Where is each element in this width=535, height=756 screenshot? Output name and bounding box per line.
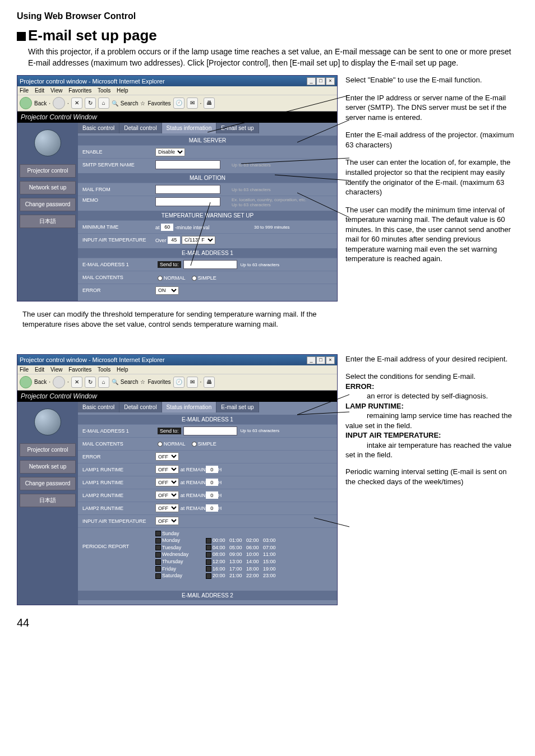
radio-normal-b[interactable] xyxy=(158,442,163,447)
forward-icon[interactable] xyxy=(53,376,65,388)
menu-edit[interactable]: Edit xyxy=(35,87,44,94)
lbl-mail-from: MAIL FROM xyxy=(78,187,155,192)
lbl-enable: ENABLE xyxy=(78,149,155,155)
menu-view[interactable]: View xyxy=(50,367,63,373)
select-lamp2rt1[interactable]: OFF xyxy=(155,491,179,499)
chk-sun[interactable] xyxy=(155,531,161,536)
minimize-icon[interactable]: _ xyxy=(307,77,316,85)
chk-thu[interactable] xyxy=(155,559,161,565)
time-grid[interactable]: 00:00 01:00 02:00 03:00 04:00 05:00 06:0… xyxy=(206,530,276,587)
input-addr1[interactable] xyxy=(183,260,237,269)
window-controls: _□× xyxy=(306,77,335,85)
day-sun: Sunday xyxy=(162,531,179,536)
maximize-icon[interactable]: □ xyxy=(316,77,325,85)
tab-detail[interactable]: Detail control xyxy=(119,123,162,133)
sidebar-network-setup[interactable]: Network set up xyxy=(20,181,76,194)
back-label[interactable]: Back xyxy=(34,100,47,106)
menu-file[interactable]: File xyxy=(20,367,29,373)
radio-simple[interactable] xyxy=(192,276,197,281)
select-lamp1rt2[interactable]: OFF xyxy=(155,478,179,486)
close-icon[interactable]: × xyxy=(326,77,335,85)
txt-interval: -minute interval xyxy=(175,224,210,230)
history-icon[interactable]: 🕘 xyxy=(173,98,185,109)
print-icon[interactable]: 🖶 xyxy=(204,377,215,388)
print-icon[interactable]: 🖶 xyxy=(204,98,215,109)
menu-favorites[interactable]: Favorites xyxy=(68,87,91,94)
back-label[interactable]: Back xyxy=(34,379,47,385)
sidebar-projector-control[interactable]: Projector control xyxy=(20,443,76,457)
tab-email[interactable]: E-mail set up xyxy=(216,123,259,133)
tab-email[interactable]: E-mail set up xyxy=(216,402,259,412)
tab-status[interactable]: Status information xyxy=(162,123,217,133)
chk-tue[interactable] xyxy=(155,545,161,550)
minimize-icon[interactable]: _ xyxy=(307,356,316,364)
sidebar-network-setup[interactable]: Network set up xyxy=(20,460,76,474)
forward-icon[interactable] xyxy=(53,97,65,109)
tab-basic[interactable]: Basic control xyxy=(78,123,119,133)
txt-atremain-3: at REMAIN xyxy=(181,493,206,498)
callouts-2: Enter the E-mail address of your desired… xyxy=(338,354,518,495)
sidebar-change-password[interactable]: Change password xyxy=(20,477,76,490)
chk-mon[interactable] xyxy=(155,538,161,544)
select-lamp1rt1[interactable]: OFF xyxy=(155,465,179,474)
menu-edit[interactable]: Edit xyxy=(35,367,44,373)
tab-status[interactable]: Status information xyxy=(162,402,217,412)
select-error[interactable]: ON xyxy=(155,286,179,295)
back-icon[interactable] xyxy=(20,97,32,109)
input-remain-4[interactable] xyxy=(206,504,218,512)
mail-icon[interactable]: ✉ xyxy=(187,377,198,388)
hdr-addr1: E-MAIL ADDRESS 1 xyxy=(78,248,337,258)
t-error: an error is detected by self-diagnosis. xyxy=(367,392,488,400)
home-icon[interactable]: ⌂ xyxy=(98,98,109,109)
back-icon[interactable] xyxy=(20,376,32,388)
sidebar-projector-control[interactable]: Projector control xyxy=(20,164,76,178)
sidebar-japanese[interactable]: 日本語 xyxy=(20,494,76,507)
search-icon[interactable]: 🔍 xyxy=(112,379,118,385)
menu-file[interactable]: File xyxy=(20,87,29,94)
stop-icon[interactable]: ✕ xyxy=(71,98,82,109)
select-iat[interactable]: OFF xyxy=(155,517,179,525)
favorites-icon[interactable]: ☆ xyxy=(140,100,145,106)
select-lamp2rt2[interactable]: OFF xyxy=(155,504,179,512)
input-addr1-b[interactable] xyxy=(183,426,237,435)
close-icon[interactable]: × xyxy=(326,356,335,364)
menu-favorites[interactable]: Favorites xyxy=(68,367,91,373)
menu-help[interactable]: Help xyxy=(117,367,128,373)
refresh-icon[interactable]: ↻ xyxy=(85,98,96,109)
favorites-icon[interactable]: ☆ xyxy=(140,379,145,385)
chk-wed[interactable] xyxy=(155,552,161,558)
txt-normal-b: NORMAL xyxy=(164,441,186,447)
radio-normal[interactable] xyxy=(158,276,163,281)
select-error-b[interactable]: OFF xyxy=(155,452,179,461)
input-mail-from[interactable] xyxy=(155,185,220,194)
input-memo[interactable] xyxy=(155,197,220,206)
refresh-icon[interactable]: ↻ xyxy=(85,377,96,388)
chk-sat[interactable] xyxy=(155,573,161,579)
hint-mail-from: Up to 63 characters xyxy=(228,187,337,192)
input-smtp[interactable] xyxy=(155,160,220,169)
sidebar-change-password[interactable]: Change password xyxy=(20,198,76,211)
select-enable[interactable]: Disable xyxy=(155,148,185,156)
input-remain-1[interactable] xyxy=(206,466,218,473)
callouts-1: Select "Enable" to use the E-mail functi… xyxy=(338,75,518,272)
sidebar-japanese[interactable]: 日本語 xyxy=(20,215,76,228)
menu-view[interactable]: View xyxy=(50,87,63,94)
select-temp-unit[interactable]: C/113° F xyxy=(182,236,215,244)
input-temp-value[interactable] xyxy=(168,236,180,244)
stop-icon[interactable]: ✕ xyxy=(71,377,82,388)
maximize-icon[interactable]: □ xyxy=(316,356,325,364)
menu-tools[interactable]: Tools xyxy=(98,367,110,373)
tab-basic[interactable]: Basic control xyxy=(78,402,119,412)
history-icon[interactable]: 🕘 xyxy=(173,377,185,388)
input-remain-3[interactable] xyxy=(206,491,218,499)
input-remain-2[interactable] xyxy=(206,479,218,486)
input-min-time[interactable] xyxy=(161,224,173,231)
home-icon[interactable]: ⌂ xyxy=(98,377,109,388)
menu-help[interactable]: Help xyxy=(117,87,128,94)
mail-icon[interactable]: ✉ xyxy=(187,98,198,109)
tab-detail[interactable]: Detail control xyxy=(119,402,162,412)
search-icon[interactable]: 🔍 xyxy=(112,100,118,106)
menu-tools[interactable]: Tools xyxy=(98,87,110,94)
radio-simple-b[interactable] xyxy=(192,442,197,447)
chk-fri[interactable] xyxy=(155,566,161,572)
